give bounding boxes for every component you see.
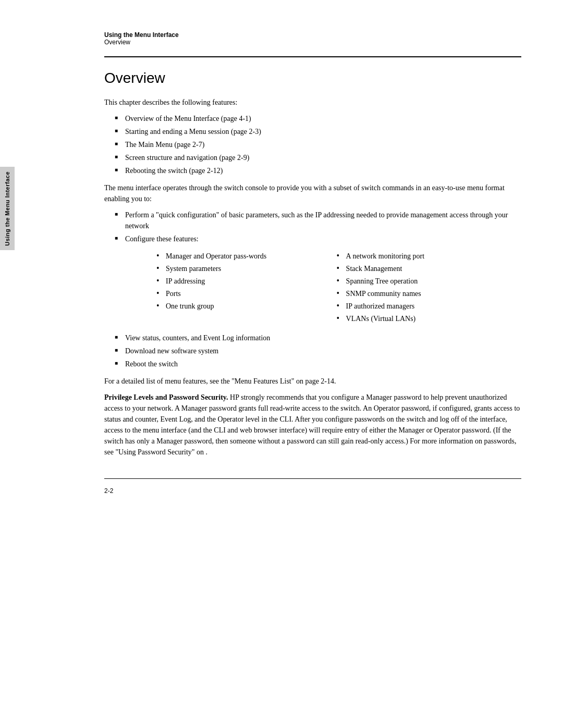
- list-item: Stack Management: [337, 263, 521, 274]
- list-item: System parameters: [156, 263, 321, 274]
- list-item: IP addressing: [156, 276, 321, 287]
- list-item: VLANs (Virtual LANs): [337, 313, 521, 324]
- additional-capability-list: View status, counters, and Event Log inf…: [115, 332, 521, 369]
- intro-paragraph: This chapter describes the following fea…: [104, 97, 521, 108]
- list-item: IP authorized managers: [337, 301, 521, 312]
- left-feature-list: Manager and Operator pass-words System p…: [156, 251, 321, 312]
- privilege-body: HP strongly recommends that you configur…: [104, 393, 520, 456]
- list-item: A network monitoring port: [337, 251, 521, 262]
- bottom-divider: [104, 478, 521, 479]
- header-title: Using the Menu Interface: [104, 31, 521, 39]
- menu-features-reference: For a detailed list of menu features, se…: [104, 376, 521, 387]
- list-item: The Main Menu (page 2-7): [115, 139, 521, 150]
- list-item: Rebooting the switch (page 2-12): [115, 165, 521, 176]
- right-column: A network monitoring port Stack Manageme…: [326, 249, 521, 326]
- two-col-features: Manager and Operator pass-words System p…: [146, 249, 521, 326]
- feature-list: Overview of the Menu Interface (page 4-1…: [115, 113, 521, 176]
- privilege-bold: Privilege Levels and Password Security.: [104, 393, 228, 401]
- privilege-paragraph: Privilege Levels and Password Security. …: [104, 392, 521, 458]
- list-item: Reboot the switch: [115, 359, 521, 369]
- chapter-title: Overview: [104, 70, 521, 87]
- list-item: Screen structure and navigation (page 2-…: [115, 152, 521, 163]
- page-number: 2-2: [104, 487, 521, 495]
- list-item: View status, counters, and Event Log inf…: [115, 332, 521, 343]
- list-item: Overview of the Menu Interface (page 4-1…: [115, 113, 521, 124]
- list-item: Ports: [156, 288, 321, 299]
- list-item: Download new software system: [115, 346, 521, 356]
- list-item: Spanning Tree operation: [337, 276, 521, 287]
- header-section: Using the Menu Interface Overview: [104, 31, 521, 46]
- side-tab-label: Using the Menu Interface: [4, 171, 10, 246]
- top-divider: [104, 56, 521, 57]
- left-column: Manager and Operator pass-words System p…: [146, 249, 326, 326]
- header-subtitle: Overview: [104, 39, 521, 46]
- list-item: Manager and Operator pass-words: [156, 251, 321, 262]
- list-item: Perform a "quick configuration" of basic…: [115, 209, 521, 231]
- page-container: Using the Menu Interface Using the Menu …: [0, 0, 563, 728]
- right-feature-list: A network monitoring port Stack Manageme…: [337, 251, 521, 324]
- side-tab: Using the Menu Interface: [0, 167, 15, 250]
- list-item: Starting and ending a Menu session (page…: [115, 126, 521, 137]
- main-content: Using the Menu Interface Overview Overvi…: [104, 0, 521, 526]
- menu-interface-paragraph: The menu interface operates through the …: [104, 182, 521, 204]
- capability-list: Perform a "quick configuration" of basic…: [115, 209, 521, 326]
- list-item: One trunk group: [156, 301, 321, 312]
- list-item: SNMP community names: [337, 288, 521, 299]
- list-item: Configure these features: Manager and Op…: [115, 233, 521, 326]
